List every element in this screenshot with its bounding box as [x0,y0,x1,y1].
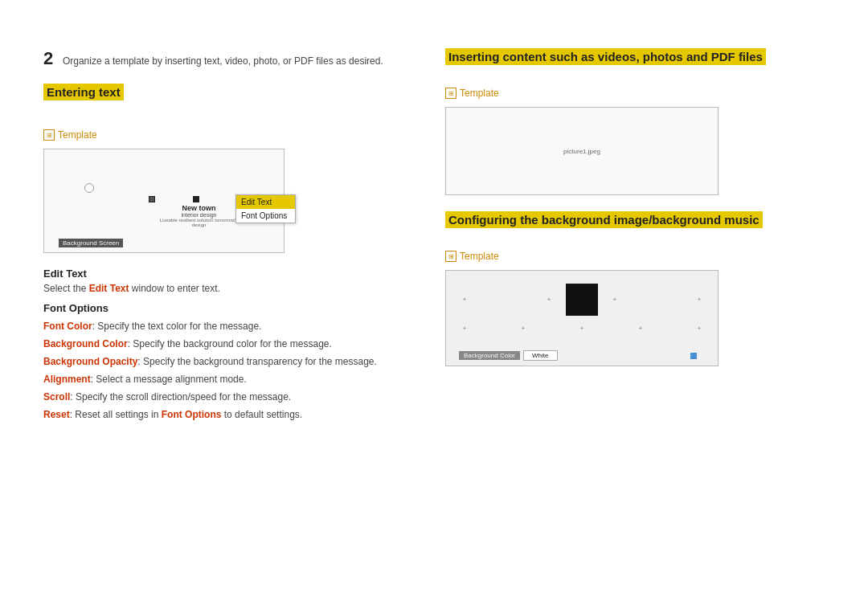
step-description: Organize a template by inserting text, v… [63,55,383,67]
bg-bottom-indicator [690,353,697,359]
context-menu: Edit Text Font Options [235,194,296,223]
rotate-handle[interactable] [84,183,94,193]
font-option-reset: Reset: Reset all settings in Font Option… [43,407,413,422]
entering-text-section: Entering text [43,84,413,112]
inserting-content-section: Inserting content such as videos, photos… [445,48,815,76]
dots-row1-right: ✦ ✦ [547,284,617,316]
font-option-alignment: Alignment: Select a message alignment mo… [43,372,413,386]
dots-row2: ✦ ✦ ✦ ✦ ✦ [462,325,702,332]
template-icon-right1: ⊞ [445,88,457,99]
left-column: 2 Organize a template by inserting text,… [43,48,413,425]
configuring-section: Configuring the background image/backgro… [445,211,815,239]
font-options-section: Font Options Font Color: Specify the tex… [43,302,413,422]
bg-bottom-bar: Background Color White [459,350,558,361]
color-swatch[interactable] [566,284,598,316]
template-label-right1: ⊞ Template [445,88,815,99]
bg-config-preview: ✦ ✦ ✦ ✦ ✦ ✦ ✦ ✦ ✦ [445,270,719,366]
template-label-right2: ⊞ Template [445,251,815,262]
preview-text-block: New town interior design Liveable resili… [157,204,241,227]
edit-text-title: Edit Text [43,268,413,280]
resize-handle-tm[interactable] [193,196,199,202]
right-template-preview1: picture1.jpeg [445,107,719,195]
context-menu-font-options[interactable]: Font Options [236,209,295,223]
entering-text-title: Entering text [43,84,413,112]
step-number: 2 [43,48,53,68]
dots-row1: ✦ ✦ ✦ ✦ [462,284,702,316]
preview-bg-label: Background Screen [59,239,123,247]
font-option-scroll: Scroll: Specify the scroll direction/spe… [43,390,413,404]
font-options-title: Font Options [43,302,413,314]
preview-filename: picture1.jpeg [563,148,600,155]
configuring-title: Configuring the background image/backgro… [445,211,763,228]
template-icon-right2: ⊞ [445,251,457,262]
edit-text-desc: Select the Edit Text window to enter tex… [43,283,413,294]
dots-area: ✦ ✦ ✦ ✦ ✦ ✦ ✦ ✦ ✦ [446,279,718,337]
inserting-title: Inserting content such as videos, photos… [445,48,766,65]
page-container: 2 Organize a template by inserting text,… [0,0,868,457]
edit-text-section: Edit Text Select the Edit Text window to… [43,268,413,294]
font-option-bg-opacity: Background Opacity: Specify the backgrou… [43,354,413,369]
resize-handle-tl[interactable] [149,196,155,202]
template-label-left: ⊞ Template [43,129,413,141]
font-option-color: Font Color: Specify the text color for t… [43,319,413,333]
template-preview-left: New town interior design Liveable resili… [43,149,285,253]
template-icon-left: ⊞ [43,129,55,141]
font-option-bg-color: Background Color: Specify the background… [43,337,413,351]
step-row: 2 Organize a template by inserting text,… [43,48,413,69]
context-menu-edit-text[interactable]: Edit Text [236,195,295,209]
right-column: Inserting content such as videos, photos… [445,48,815,425]
